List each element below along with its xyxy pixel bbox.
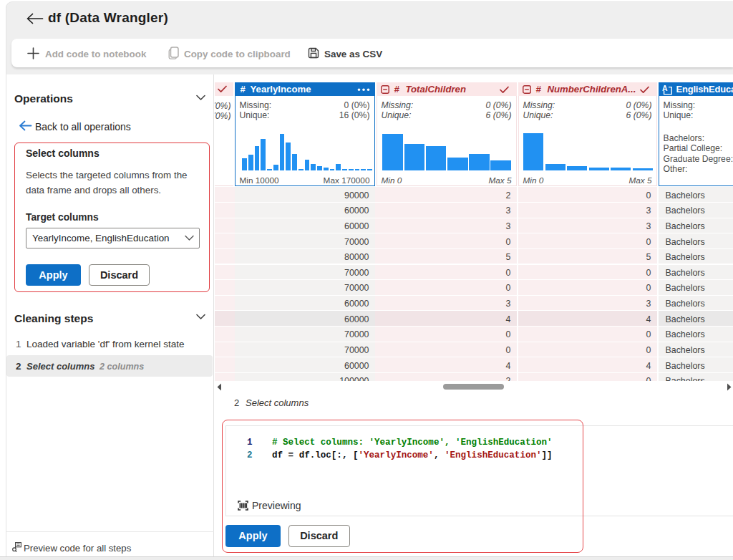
svg-text:A: A xyxy=(662,85,668,92)
